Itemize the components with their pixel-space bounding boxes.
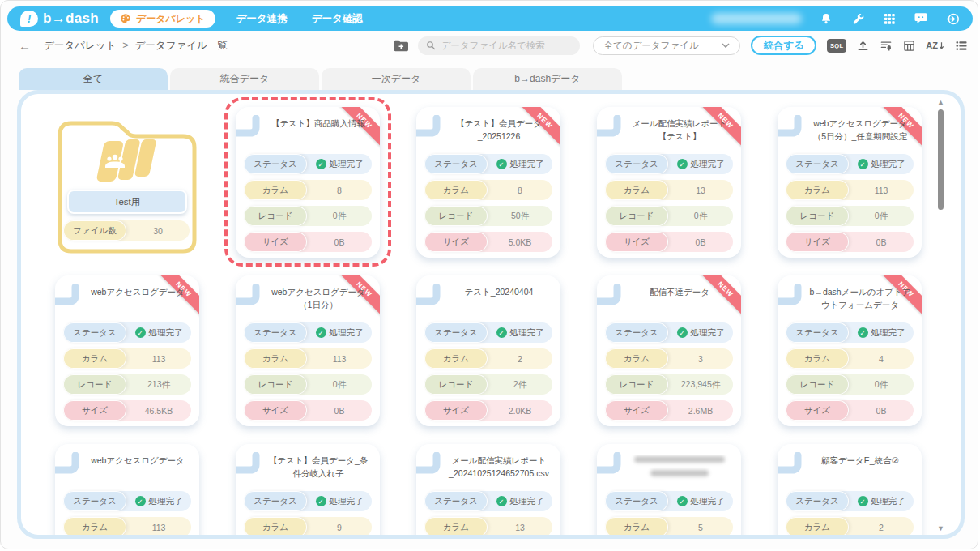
file-card[interactable]: ステータス ✓処理完了 カラム 5 レコード サイズ xyxy=(597,444,741,539)
columns-value: 8 xyxy=(307,186,372,195)
records-value: 2件 xyxy=(488,379,552,391)
columns-value: 113 xyxy=(849,186,914,195)
columns-label: カラム xyxy=(605,517,668,537)
size-value: 2.6MB xyxy=(668,406,733,416)
document-fold-icon xyxy=(236,115,263,141)
records-row: レコード 2件 xyxy=(424,374,552,395)
size-value: 0B xyxy=(849,237,914,247)
file-title: b→dashメールのオプトアウトフォームデータ xyxy=(808,286,912,312)
file-title: 配信不達データ xyxy=(628,286,731,299)
notify-list-icon[interactable] xyxy=(880,40,893,52)
columns-label: カラム xyxy=(605,180,668,200)
file-card-body: webアクセスログデータ ステータス ✓処理完了 カラム 113 レコード サイ… xyxy=(55,444,199,539)
tab-bdash-data[interactable]: b→dashデータ xyxy=(473,68,622,90)
status-value-text: 処理完了 xyxy=(510,327,544,339)
size-row: サイズ 46.5KB xyxy=(63,400,191,421)
nav-item-data-link[interactable]: データ連携 xyxy=(236,12,288,26)
bell-icon[interactable] xyxy=(819,11,833,26)
status-value-text: 処理完了 xyxy=(691,496,725,507)
scroll-up-arrow[interactable]: ▲ xyxy=(937,98,944,106)
columns-value: 4 xyxy=(849,354,914,364)
status-value-text: 処理完了 xyxy=(871,496,905,507)
file-card[interactable]: メール配信実績レポート_20241025124652705.csv ステータス … xyxy=(416,444,560,539)
scroll-down-arrow[interactable]: ▼ xyxy=(937,524,944,532)
account-name-redacted[interactable] xyxy=(711,13,802,24)
support-chat-icon[interactable] xyxy=(914,11,928,26)
status-row: ステータス ✓処理完了 xyxy=(63,491,191,511)
columns-value: 3 xyxy=(668,354,733,364)
records-label: レコード xyxy=(424,206,488,226)
document-fold-icon xyxy=(416,115,444,141)
breadcrumb: データパレット > データファイル一覧 xyxy=(44,39,228,53)
logout-icon[interactable] xyxy=(945,11,960,26)
add-folder-icon[interactable] xyxy=(393,39,408,52)
apps-grid-icon[interactable] xyxy=(882,11,897,26)
list-view-icon[interactable] xyxy=(955,41,968,51)
check-icon: ✓ xyxy=(858,496,868,506)
check-icon: ✓ xyxy=(316,327,326,338)
bdash-logo[interactable]: ! b→dash xyxy=(20,11,99,27)
file-card[interactable]: NEW webアクセスログデータ（1日分） ステータス ✓処理完了 カラム 11… xyxy=(236,276,380,426)
tab-integrated-data[interactable]: 統合データ xyxy=(170,68,319,90)
records-row: レコード 0件 xyxy=(786,374,914,395)
records-row: レコード 0件 xyxy=(244,206,372,226)
size-value: 2.0KB xyxy=(488,406,552,416)
integrate-button[interactable]: 統合する xyxy=(751,36,816,55)
check-icon: ✓ xyxy=(496,159,507,169)
columns-label: カラム xyxy=(786,517,849,537)
file-card[interactable]: NEW b→dashメールのオプトアウトフォームデータ ステータス ✓処理完了 … xyxy=(778,276,922,426)
file-card[interactable]: NEW 【テスト】商品購入情報 ステータス ✓処理完了 カラム 8 レコード 0… xyxy=(236,107,380,258)
records-label: レコード xyxy=(605,206,668,226)
back-arrow-icon[interactable]: ← xyxy=(19,39,31,53)
file-card[interactable]: NEW 【テスト】会員データ_20251226 ステータス ✓処理完了 カラム … xyxy=(416,107,560,258)
scrollbar-thumb[interactable] xyxy=(938,109,944,210)
upload-icon[interactable] xyxy=(857,40,869,52)
file-card[interactable]: NEW メール配信実績レポート【テスト】 ステータス ✓処理完了 カラム 13 … xyxy=(597,107,741,258)
status-label: ステータス xyxy=(424,154,488,174)
file-type-dropdown[interactable]: 全てのデータファイル xyxy=(593,36,740,55)
table-icon[interactable] xyxy=(903,40,915,52)
file-card[interactable]: 【テスト】会員データ_条件分岐入れ子 ステータス ✓処理完了 カラム 9 レコー… xyxy=(236,444,380,539)
tab-primary-data[interactable]: 一次データ xyxy=(322,68,471,90)
columns-label: カラム xyxy=(244,180,307,200)
sort-az-icon[interactable]: AZ xyxy=(926,41,944,50)
columns-row: カラム 8 xyxy=(244,180,372,200)
status-label: ステータス xyxy=(605,491,668,511)
file-grid: Test用 ファイル数 30 NEW 【テスト】商品購入情報 ステータス ✓処理 xyxy=(21,94,961,539)
columns-value: 9 xyxy=(307,523,372,532)
nav-item-data-check[interactable]: データ確認 xyxy=(312,12,363,26)
status-label: ステータス xyxy=(244,491,307,511)
file-card-body: NEW 【テスト】会員データ_20251226 ステータス ✓処理完了 カラム … xyxy=(416,107,560,258)
file-card-body: NEW b→dashメールのオプトアウトフォームデータ ステータス ✓処理完了 … xyxy=(778,276,922,426)
records-label: レコード xyxy=(63,374,126,395)
file-card[interactable]: webアクセスログデータ ステータス ✓処理完了 カラム 113 レコード サイ… xyxy=(55,444,199,539)
columns-label: カラム xyxy=(244,348,307,369)
file-list-panel: Test用 ファイル数 30 NEW 【テスト】商品購入情報 ステータス ✓処理 xyxy=(17,90,965,539)
file-card[interactable]: NEW webアクセスログデータ ステータス ✓処理完了 カラム 113 レコー… xyxy=(55,276,199,426)
wrench-icon[interactable] xyxy=(850,11,865,26)
file-card[interactable]: NEW webアクセスログデータ（5日分）_任意期間設定 ステータス ✓処理完了… xyxy=(778,107,922,258)
data-palette-badge[interactable]: データパレット xyxy=(110,10,215,28)
file-card-body: NEW メール配信実績レポート【テスト】 ステータス ✓処理完了 カラム 13 … xyxy=(597,107,741,258)
file-stat-rows: ステータス ✓処理完了 カラム 8 レコード 0件 サイズ 0B xyxy=(244,154,372,252)
columns-label: カラム xyxy=(244,517,307,537)
check-icon: ✓ xyxy=(316,496,326,506)
status-value-text: 処理完了 xyxy=(510,159,544,170)
file-stat-rows: ステータス ✓処理完了 カラム 13 レコード 0件 サイズ 0B xyxy=(605,154,733,252)
search-input[interactable] xyxy=(441,41,562,50)
tab-all[interactable]: 全て xyxy=(19,68,168,90)
columns-value: 8 xyxy=(488,186,552,195)
status-row: ステータス ✓処理完了 xyxy=(424,322,552,343)
sql-icon[interactable]: SQL xyxy=(827,39,846,53)
status-value-text: 処理完了 xyxy=(691,159,725,170)
breadcrumb-data-palette[interactable]: データパレット xyxy=(44,39,116,53)
folder-card[interactable]: Test用 ファイル数 30 xyxy=(55,107,199,258)
file-card[interactable]: 顧客データE_統合② ステータス ✓処理完了 カラム 2 レコード サイズ xyxy=(778,444,922,539)
document-fold-icon xyxy=(597,284,624,310)
records-value: 0件 xyxy=(307,211,372,222)
file-card[interactable]: テスト_20240404 ステータス ✓処理完了 カラム 2 レコード 2件 サ… xyxy=(416,276,560,426)
size-label: サイズ xyxy=(244,232,307,252)
columns-row: カラム 8 xyxy=(424,180,552,200)
file-card[interactable]: NEW 配信不達データ ステータス ✓処理完了 カラム 3 レコード 223,9… xyxy=(597,276,741,426)
status-row: ステータス ✓処理完了 xyxy=(605,154,733,174)
